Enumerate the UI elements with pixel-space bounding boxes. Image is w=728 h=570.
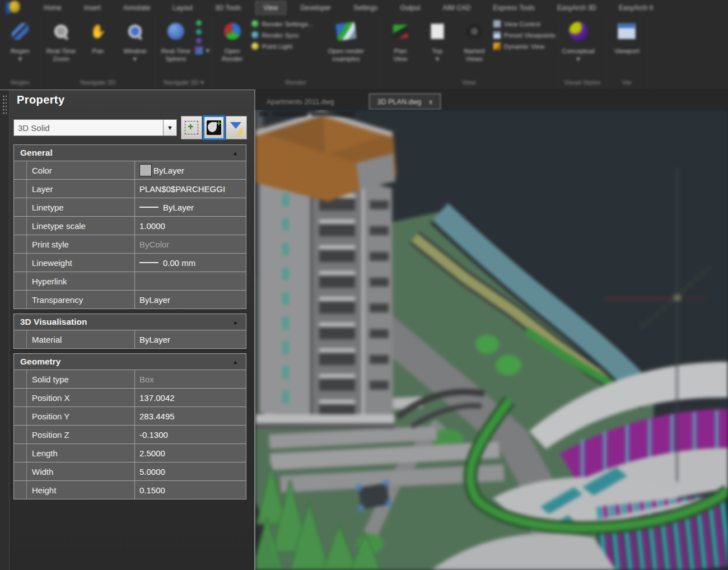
property-table: General▲ColorByLayerLayerPLAN$0$PARCHEGG… [13, 144, 246, 499]
row-indent [14, 444, 27, 462]
ribbon-button-window[interactable]: Window▾ [117, 17, 153, 66]
row-indent [14, 462, 27, 480]
ribbon-tab-easyarch-3d[interactable]: EasyArch 3D [549, 1, 605, 15]
property-value-hyperlink[interactable] [135, 272, 246, 290]
ribbon-button-real-time-zoom[interactable]: Real-TimeZoom [43, 17, 79, 66]
close-tab-icon[interactable]: x [429, 98, 432, 106]
linetype-glyph-icon [139, 262, 158, 263]
ribbon-button-conceptual[interactable]: Conceptual▾ [561, 17, 596, 66]
row-indent [14, 272, 27, 290]
property-label-hyperlink: Hyperlink [27, 272, 135, 290]
ribbon-tab-express-tools[interactable]: Express Tools [485, 1, 543, 15]
ribbon-button-dynamic-view[interactable]: Dynamic View [493, 43, 556, 50]
ribbon-tab-annotate[interactable]: Annotate [115, 1, 158, 15]
property-value-position-y[interactable]: 283.4495 [135, 407, 246, 425]
viewport-view-control[interactable] [272, 111, 307, 116]
property-value-height[interactable]: 0.1500 [135, 481, 246, 499]
ribbon-tab-easyarch-it[interactable]: EasyArch It [610, 1, 661, 15]
ribbon-tab-home[interactable]: Home [35, 1, 70, 15]
button-label: View [393, 55, 407, 63]
ribbon-button-plan-view[interactable]: PlanView [382, 17, 418, 66]
viewport-3d-scene[interactable] [255, 110, 728, 570]
button-label: Preset Viewpoints [504, 32, 556, 39]
ribbon-tab-view[interactable]: View [255, 1, 287, 15]
viewport-minus-control[interactable] [259, 111, 268, 116]
ribbon-button-pan[interactable]: ✋Pan [80, 17, 116, 57]
property-value-linetype[interactable]: ByLayer [135, 198, 246, 216]
property-value-color[interactable]: ByLayer [135, 161, 246, 179]
ribbon-button-real-time-sphere[interactable]: Real-TimeSphere [158, 17, 194, 66]
collapse-arrow-icon[interactable]: ▲ [232, 150, 238, 156]
collapse-arrow-icon[interactable]: ▲ [232, 319, 238, 325]
ribbon-tab-insert[interactable]: Insert [76, 1, 109, 15]
row-indent [14, 330, 27, 348]
property-row-position-x: Position X137.0042 [13, 389, 246, 407]
property-value-width[interactable]: 5.0000 [135, 462, 246, 480]
viewport-style-control[interactable] [311, 111, 355, 116]
property-value-position-x[interactable]: 137.0042 [135, 389, 246, 407]
value-text: ByLayer [163, 203, 194, 212]
ribbon-tab-settings[interactable]: Settings [345, 1, 386, 15]
ribbon-button-named-views[interactable]: NamedViews [456, 17, 492, 66]
ribbon-button-regen[interactable]: Regen▾ [2, 17, 38, 66]
panel-grip-bar[interactable] [0, 90, 10, 570]
ribbon-button-top[interactable]: Top▾ [419, 17, 455, 66]
row-indent [14, 426, 27, 443]
property-value-print-style[interactable]: ByColor [135, 235, 246, 253]
ribbon-button-nav-dots-icon[interactable] [195, 20, 209, 43]
button-label: ▾ [577, 55, 580, 63]
ribbon-button-render-sync[interactable]: Render Sync [251, 31, 314, 39]
value-text: 0.00 mm [163, 258, 195, 268]
value-text: Box [139, 375, 154, 384]
quick-select-button[interactable] [203, 115, 225, 140]
property-value-transparency[interactable]: ByLayer [135, 291, 246, 309]
zoom-icon [54, 24, 68, 39]
ribbon-group-label-navigate-3d: Navigate 3D ▾ [158, 76, 209, 88]
property-row-position-z: Position Z-0.1300 [13, 426, 246, 444]
property-value-solid-type[interactable]: Box [135, 370, 246, 388]
property-value-linetype-scale[interactable]: 1.0000 [135, 217, 246, 235]
ribbon-tab-aim-cad[interactable]: AIM CAD [434, 1, 479, 15]
property-label-position-z: Position Z [27, 426, 135, 443]
property-value-lineweight[interactable]: 0.00 mm [135, 254, 246, 272]
ribbon-tab-3d-tools[interactable]: 3D Tools [207, 1, 249, 15]
viewports-icon [618, 24, 636, 39]
property-value-layer[interactable]: PLAN$0$PARCHEGGI [135, 180, 246, 198]
ribbon-group-label-render: Render [214, 76, 377, 88]
property-label-height: Height [27, 481, 135, 499]
ribbon-button-open-render[interactable]: OpenRender [214, 17, 250, 66]
viewport[interactable] [255, 110, 728, 570]
object-type-select[interactable]: 3D Solid [13, 119, 164, 136]
property-label-transparency: Transparency [27, 291, 135, 309]
ribbon-button-render-settings[interactable]: Render Settings... [251, 20, 314, 27]
ribbon-tab-layout[interactable]: Layout [164, 1, 201, 15]
section-header-general[interactable]: General▲ [13, 144, 246, 161]
color-swatch[interactable] [139, 164, 152, 176]
document-tab-label: 3D PLAN.dwg [377, 98, 422, 106]
property-value-material[interactable]: ByLayer [135, 330, 246, 348]
application-menu-button[interactable] [4, 1, 19, 15]
section-header-3d-visualisation[interactable]: 3D Visualisation▲ [13, 314, 246, 330]
ribbon-group-navigate-3d: Real-TimeSphere▾Navigate 3D ▾ [156, 16, 212, 88]
combo-dropdown-arrow-icon[interactable]: ▼ [163, 119, 177, 136]
ribbon-button-preset-viewpoints[interactable]: Preset Viewpoints [493, 31, 556, 39]
property-value-position-z[interactable]: -0.1300 [135, 426, 246, 443]
ribbon-group-regen: Regen▾Regen [0, 16, 41, 88]
ribbon-button-open-render-examples[interactable]: Open renderexamples [315, 17, 377, 66]
ribbon-tab-developer[interactable]: Developer [292, 1, 339, 15]
ribbon-tab-output[interactable]: Output [391, 1, 428, 15]
button-label: Open [225, 47, 240, 55]
property-value-length[interactable]: 2.5000 [135, 444, 246, 462]
nav-cube-icon [195, 46, 203, 54]
ribbon-button-viewport[interactable]: Viewport [609, 17, 645, 57]
collapse-arrow-icon[interactable]: ▲ [232, 359, 238, 365]
section-header-geometry[interactable]: Geometry▲ [13, 353, 246, 370]
ribbon-button-nav-cube-icon[interactable]: ▾ [195, 46, 209, 54]
document-tab-3d-plan-dwg[interactable]: 3D PLAN.dwgx [369, 94, 441, 110]
ribbon-button-point-light[interactable]: Point Light [251, 43, 314, 50]
select-objects-button[interactable] [181, 116, 202, 139]
selection-filter-button[interactable] [226, 116, 247, 139]
viewport-controls[interactable] [259, 111, 371, 119]
document-tab-apartments-2011-dwg[interactable]: Apartments 2011.dwg [259, 94, 342, 110]
ribbon-button-view-control[interactable]: View Control [493, 20, 556, 27]
